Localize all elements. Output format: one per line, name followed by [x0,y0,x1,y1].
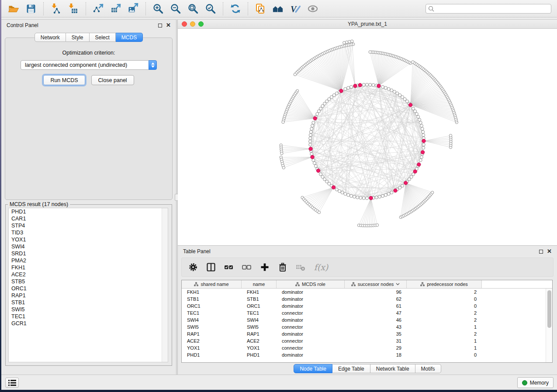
result-node[interactable]: SWI5 [9,306,168,313]
refresh-icon [230,3,241,14]
houses-button[interactable] [269,1,287,16]
result-node[interactable]: TID3 [9,229,168,236]
result-node[interactable]: PMA2 [9,257,168,264]
export-image-button[interactable] [125,1,142,16]
refresh-button[interactable] [227,1,244,16]
result-node[interactable]: YOX1 [9,236,168,243]
gear-icon [188,262,198,272]
table-row[interactable]: SWI5SWI5connector431 [182,323,552,330]
tab-network-table[interactable]: Network Table [370,364,415,373]
result-node[interactable]: STB5 [9,278,168,285]
column-header-predecessor-nodes[interactable]: predecessor nodes [407,280,482,288]
close-panel-button[interactable]: Close panel [91,75,134,85]
table-row[interactable]: TEC1TEC1connector472 [182,309,552,316]
deselect-all-button[interactable] [241,261,253,273]
tab-edge-table[interactable]: Edge Table [332,364,370,373]
import-table-button[interactable] [65,1,82,16]
zoom-out-icon [170,3,181,14]
select-all-button[interactable] [223,261,235,273]
docs-share-button[interactable] [252,1,269,16]
import-network-button[interactable] [47,1,65,16]
result-node[interactable]: SRD1 [9,250,168,257]
table-cell: YOX1 [242,344,277,351]
result-node[interactable]: ORC1 [9,285,168,292]
columns-button[interactable] [205,261,217,273]
main-toolbar: V [1,0,557,17]
table-row[interactable]: SWI4SWI4dominator462 [182,316,552,323]
control-panel-titlebar: Control Panel ✕ [1,20,176,31]
tab-motifs[interactable]: Motifs [415,364,441,373]
mcds-result-list[interactable]: PHD1CAR1STP4TID3YOX1SWI4SRD1PMA2FKH1ACE2… [8,208,168,362]
tab-network[interactable]: Network [35,33,66,42]
float-panel-icon[interactable] [158,24,162,28]
trash-icon [278,262,287,272]
column-header-MCDS-role[interactable]: MCDS role [277,280,345,288]
export-network-icon [93,3,104,14]
function-builder-button: f(x) [312,261,330,273]
v-pen-button[interactable]: V [287,1,304,16]
table-body: FKH1FKH1dominator962STB1STB1dominator620… [182,289,552,358]
gear-button[interactable] [187,261,199,273]
column-label: shared name [201,282,228,287]
float-table-panel-icon[interactable] [539,250,543,254]
result-node[interactable]: PHD1 [9,208,168,215]
column-header-name[interactable]: name [242,280,277,288]
table-cell: dominator [277,351,345,358]
result-node[interactable]: GCR1 [9,320,168,327]
table-scrollbar-thumb[interactable] [547,290,551,328]
column-header-successor-nodes[interactable]: successor nodes [345,280,407,288]
zoom-selected-button[interactable] [202,1,219,16]
table-row[interactable]: ACE2ACE2connector311 [182,337,552,344]
table-cell: 61 [345,303,407,309]
optimization-dropdown[interactable]: largest connected component (undirected) [21,60,157,70]
search-box[interactable] [426,4,551,14]
graph-fan-nodes[interactable] [280,40,458,227]
save-button[interactable] [22,1,40,16]
tab-mcds[interactable]: MCDS [116,33,143,42]
table-cell: 43 [345,323,407,330]
control-panel-tabbar: NetworkStyleSelectMCDS [1,33,176,42]
tab-select[interactable]: Select [90,33,116,42]
result-node[interactable]: FKH1 [9,264,168,271]
zoom-in-button[interactable] [149,1,167,16]
run-mcds-button[interactable]: Run MCDS [43,75,85,85]
table-scrollbar[interactable] [546,289,552,362]
search-input[interactable] [435,6,549,12]
result-node[interactable]: RAP1 [9,292,168,299]
result-node[interactable]: STB1 [9,299,168,306]
trash-button[interactable] [277,261,289,273]
export-network-button[interactable] [90,1,107,16]
add-button[interactable] [259,261,271,273]
table-row[interactable]: PHD1PHD1dominator180 [182,351,552,358]
result-node[interactable]: ACE2 [9,271,168,278]
open-folder-button[interactable] [5,1,22,16]
network-graph[interactable] [178,29,557,246]
result-node[interactable]: SWI4 [9,243,168,250]
table-row[interactable]: RAP1RAP1dominator352 [182,330,552,337]
table-row[interactable]: ORC1ORC1dominator610 [182,303,552,309]
table-row[interactable]: FKH1FKH1dominator962 [182,289,552,296]
table-cell: 0 [407,351,482,358]
close-panel-icon[interactable]: ✕ [166,23,171,28]
export-table-button[interactable] [107,1,125,16]
result-node[interactable]: CAR1 [9,215,168,222]
table-row[interactable]: STB1STB1dominator620 [182,296,552,303]
column-header-shared-name[interactable]: shared name [182,280,242,288]
tab-node-table[interactable]: Node Table [294,364,332,373]
network-canvas[interactable] [178,29,557,245]
tab-style[interactable]: Style [66,33,90,42]
task-history-button[interactable] [5,378,19,388]
table-cell: YOX1 [182,344,242,351]
toolbar-separator [43,2,44,15]
eye-button[interactable] [304,1,322,16]
column-label: successor nodes [358,282,394,287]
close-table-panel-icon[interactable]: ✕ [547,249,552,254]
result-scrollbar[interactable] [162,208,168,362]
result-node[interactable]: TEC1 [9,313,168,320]
zoom-fit-button[interactable] [184,1,202,16]
table-row[interactable]: YOX1YOX1connector291 [182,344,552,351]
table-cell: STB1 [182,296,242,303]
result-node[interactable]: STP4 [9,222,168,229]
memory-button[interactable]: Memory [517,377,554,388]
zoom-out-button[interactable] [167,1,184,16]
